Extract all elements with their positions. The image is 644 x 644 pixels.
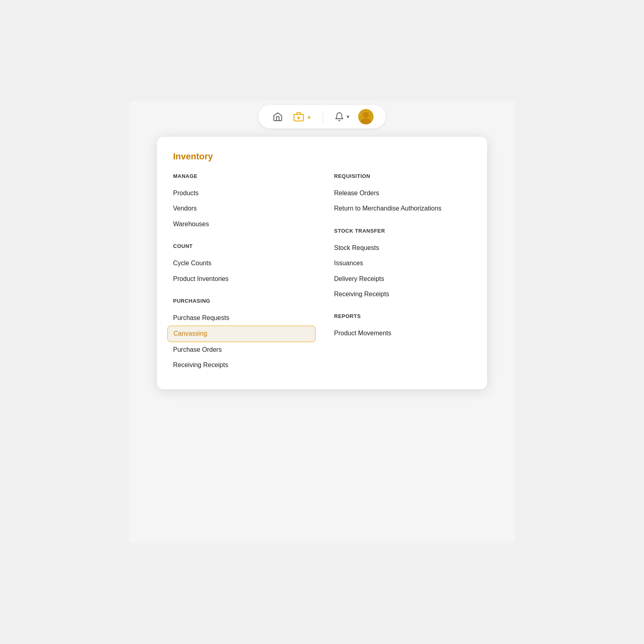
requisition-header: REQUISITION: [334, 173, 471, 179]
purchase-requests-link[interactable]: Purchase Requests: [173, 310, 310, 326]
purchasing-section: PURCHASING Purchase Requests Canvassing …: [173, 298, 310, 373]
receiving-receipts-purchasing-link[interactable]: Receiving Receipts: [173, 357, 310, 373]
dropdown-title: Inventory: [173, 151, 471, 162]
vendors-link[interactable]: Vendors: [173, 201, 310, 216]
purchasing-header: PURCHASING: [173, 298, 310, 304]
navbar-inner: ▲ ▼: [258, 105, 386, 128]
svg-point-4: [363, 112, 369, 118]
warehouses-link[interactable]: Warehouses: [173, 217, 310, 232]
inventory-dropdown: Inventory MANAGE Products Vendors Wareho…: [157, 137, 487, 389]
home-icon[interactable]: [270, 109, 285, 124]
issuances-link[interactable]: Issuances: [334, 256, 471, 271]
manage-header: MANAGE: [173, 173, 310, 179]
stock-transfer-header: STOCK TRANSFER: [334, 228, 471, 234]
right-column: REQUISITION Release Orders Return to Mer…: [334, 173, 471, 373]
user-avatar[interactable]: [358, 109, 374, 124]
screen-container: ▲ ▼ Inventory: [129, 101, 515, 543]
product-inventories-link[interactable]: Product Inventories: [173, 271, 310, 287]
cycle-counts-link[interactable]: Cycle Counts: [173, 256, 310, 271]
stock-transfer-section: STOCK TRANSFER Stock Requests Issuances …: [334, 228, 471, 302]
bell-chevron-icon: ▼: [346, 114, 350, 119]
release-orders-link[interactable]: Release Orders: [334, 186, 471, 201]
products-link[interactable]: Products: [173, 186, 310, 201]
stock-requests-link[interactable]: Stock Requests: [334, 240, 471, 256]
notifications-button[interactable]: ▼: [334, 112, 350, 122]
chevron-up-icon: ▲: [307, 114, 312, 120]
manage-section: MANAGE Products Vendors Warehouses: [173, 173, 310, 232]
purchase-orders-link[interactable]: Purchase Orders: [173, 342, 310, 357]
requisition-section: REQUISITION Release Orders Return to Mer…: [334, 173, 471, 217]
reports-section: REPORTS Product Movements: [334, 313, 471, 341]
canvassing-link[interactable]: Canvassing: [167, 326, 316, 342]
nav-divider: [323, 111, 323, 123]
delivery-receipts-link[interactable]: Delivery Receipts: [334, 271, 471, 287]
inventory-nav-button[interactable]: ▲: [293, 111, 312, 122]
navbar: ▲ ▼: [129, 101, 515, 133]
count-header: COUNT: [173, 243, 310, 249]
product-movements-link[interactable]: Product Movements: [334, 326, 471, 341]
reports-header: REPORTS: [334, 313, 471, 319]
left-column: MANAGE Products Vendors Warehouses COUNT…: [173, 173, 310, 373]
dropdown-columns: MANAGE Products Vendors Warehouses COUNT…: [173, 173, 471, 373]
return-to-merchandise-link[interactable]: Return to Merchandise Authorizations: [334, 201, 471, 216]
receiving-receipts-stock-link[interactable]: Receiving Receipts: [334, 287, 471, 302]
count-section: COUNT Cycle Counts Product Inventories: [173, 243, 310, 287]
